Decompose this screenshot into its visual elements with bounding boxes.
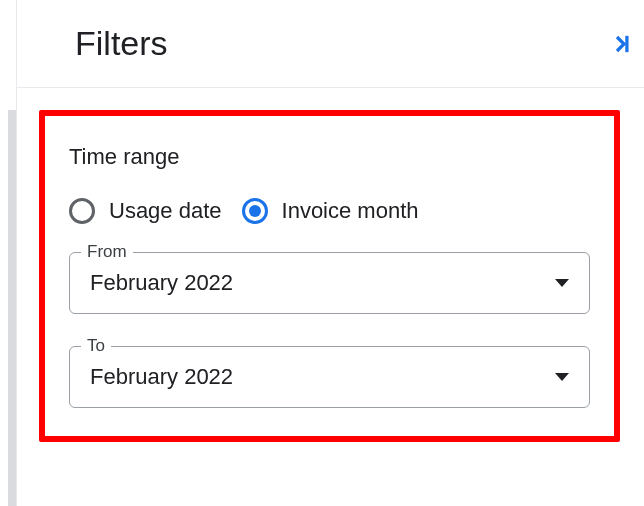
radio-usage-date[interactable]: Usage date <box>69 198 222 224</box>
chevron-collapse-icon <box>610 30 638 58</box>
time-range-radio-group: Usage date Invoice month <box>69 198 590 224</box>
time-range-highlight: Time range Usage date Invoice month From… <box>39 110 620 442</box>
to-value: February 2022 <box>90 364 555 390</box>
from-field: From February 2022 <box>69 252 590 314</box>
radio-invoice-month[interactable]: Invoice month <box>242 198 419 224</box>
to-label: To <box>81 336 111 356</box>
from-label: From <box>81 242 133 262</box>
to-field: To February 2022 <box>69 346 590 408</box>
filters-title: Filters <box>75 24 168 63</box>
from-value: February 2022 <box>90 270 555 296</box>
filters-panel: Filters Time range Usage date Invoice m <box>16 0 644 506</box>
left-rail-scrub <box>8 110 16 506</box>
dropdown-caret-icon <box>555 279 569 287</box>
radio-inner-dot <box>249 205 261 217</box>
time-range-title: Time range <box>69 144 590 170</box>
radio-icon-selected <box>242 198 268 224</box>
from-select[interactable]: February 2022 <box>69 252 590 314</box>
radio-label-usage-date: Usage date <box>109 198 222 224</box>
filters-header: Filters <box>17 0 644 88</box>
radio-icon-unselected <box>69 198 95 224</box>
filters-content: Time range Usage date Invoice month From… <box>17 88 644 466</box>
collapse-panel-button[interactable] <box>608 28 640 60</box>
to-select[interactable]: February 2022 <box>69 346 590 408</box>
dropdown-caret-icon <box>555 373 569 381</box>
radio-label-invoice-month: Invoice month <box>282 198 419 224</box>
left-rail <box>0 0 16 506</box>
